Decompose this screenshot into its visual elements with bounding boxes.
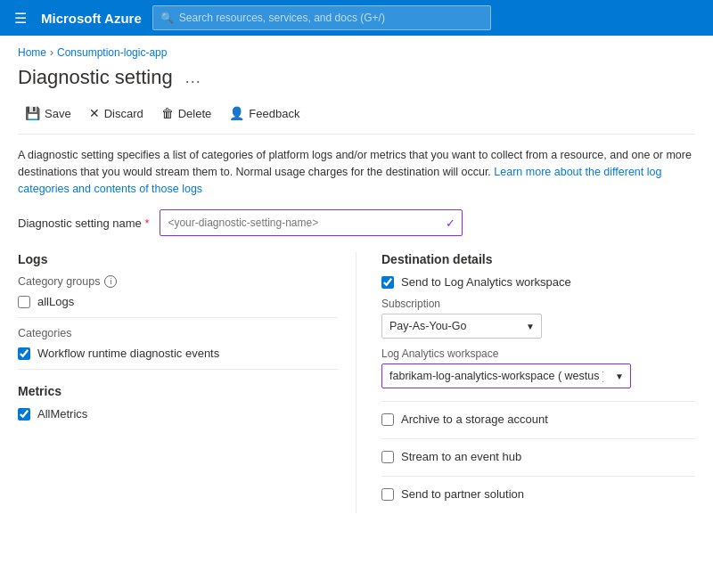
page-title: Diagnostic setting (18, 66, 173, 89)
metrics-divider-top (18, 369, 338, 370)
workspace-label: Log Analytics workspace (381, 347, 695, 360)
partner-label[interactable]: Send to partner solution (401, 487, 524, 501)
discard-label: Discard (104, 107, 143, 120)
logs-section-header: Logs (18, 252, 338, 266)
dest-divider-1 (381, 401, 695, 402)
metrics-section: Metrics AllMetrics (18, 384, 338, 421)
hamburger-icon[interactable]: ☰ (11, 6, 30, 30)
logs-divider (18, 317, 338, 318)
breadcrumb-home[interactable]: Home (18, 46, 46, 59)
workspace-select[interactable]: fabrikam-log-analytics-workspace ( westu… (381, 363, 631, 388)
archive-row: Archive to a storage account (381, 412, 695, 426)
app-title: Microsoft Azure (41, 11, 142, 26)
two-column-layout: Logs Category groups i allLogs Categorie… (18, 252, 695, 513)
feedback-icon: 👤 (229, 106, 244, 120)
archive-label[interactable]: Archive to a storage account (401, 412, 548, 426)
search-icon: 🔍 (160, 12, 174, 24)
stream-label[interactable]: Stream to an event hub (401, 450, 521, 463)
save-icon: 💾 (25, 106, 40, 120)
partner-checkbox-row: Send to partner solution (381, 487, 695, 501)
toolbar: 💾 Save ✕ Discard 🗑 Delete 👤 Feedback (18, 102, 695, 135)
stream-checkbox[interactable] (381, 451, 394, 463)
setting-name-input-wrap: ✓ (160, 209, 463, 236)
allMetrics-label[interactable]: AllMetrics (37, 407, 87, 421)
search-input[interactable] (179, 12, 483, 24)
categories-header: Categories (18, 327, 338, 339)
save-button[interactable]: 💾 Save (18, 102, 78, 125)
breadcrumb-separator: › (50, 46, 53, 59)
feedback-label: Feedback (249, 107, 299, 120)
destination-section-header: Destination details (381, 252, 695, 266)
ellipsis-button[interactable]: ... (182, 67, 205, 89)
allLogs-row: allLogs (18, 295, 338, 308)
workflow-checkbox[interactable] (18, 347, 30, 360)
allMetrics-checkbox[interactable] (18, 408, 30, 421)
dest-divider-3 (381, 476, 695, 477)
subscription-select-wrap: Pay-As-You-Go ▼ (381, 314, 542, 339)
input-check-icon: ✓ (446, 216, 455, 230)
breadcrumb-resource[interactable]: Consumption-logic-app (57, 46, 167, 59)
setting-name-input[interactable] (160, 209, 463, 236)
left-column: Logs Category groups i allLogs Categorie… (18, 252, 356, 513)
log-analytics-checkbox-row: Send to Log Analytics workspace (381, 275, 695, 289)
partner-row: Send to partner solution (381, 487, 695, 501)
archive-checkbox[interactable] (381, 413, 394, 426)
save-label: Save (45, 107, 71, 120)
setting-name-row: Diagnostic setting name * ✓ (18, 209, 695, 236)
setting-name-label: Diagnostic setting name * (18, 216, 149, 230)
subscription-group: Subscription Pay-As-You-Go ▼ (381, 298, 695, 339)
discard-icon: ✕ (89, 106, 100, 120)
subscription-label: Subscription (381, 298, 695, 310)
subscription-select[interactable]: Pay-As-You-Go (381, 314, 542, 339)
discard-button[interactable]: ✕ Discard (82, 102, 151, 125)
category-groups-header: Category groups i (18, 275, 338, 288)
delete-button[interactable]: 🗑 Delete (154, 102, 219, 125)
stream-checkbox-row: Stream to an event hub (381, 450, 695, 463)
allLogs-label[interactable]: allLogs (37, 295, 74, 308)
stream-row: Stream to an event hub (381, 450, 695, 463)
workspace-select-wrap: fabrikam-log-analytics-workspace ( westu… (381, 363, 631, 388)
archive-checkbox-row: Archive to a storage account (381, 412, 695, 426)
log-analytics-checkbox[interactable] (381, 276, 394, 289)
global-search[interactable]: 🔍 (152, 5, 491, 30)
category-groups-info-icon[interactable]: i (104, 275, 117, 288)
dest-divider-2 (381, 438, 695, 439)
delete-label: Delete (178, 107, 212, 120)
breadcrumb: Home › Consumption-logic-app (18, 46, 695, 59)
page-title-row: Diagnostic setting ... (18, 66, 695, 89)
allLogs-checkbox[interactable] (18, 296, 30, 308)
workflow-row: Workflow runtime diagnostic events (18, 347, 338, 360)
allMetrics-row: AllMetrics (18, 407, 338, 421)
required-star: * (144, 216, 149, 230)
right-column: Destination details Send to Log Analytic… (356, 252, 695, 513)
log-analytics-row: Send to Log Analytics workspace Subscrip… (381, 275, 695, 388)
metrics-section-header: Metrics (18, 384, 338, 398)
main-content: Home › Consumption-logic-app Diagnostic … (0, 36, 713, 531)
top-nav-bar: ☰ Microsoft Azure 🔍 (0, 0, 713, 36)
workspace-group: Log Analytics workspace fabrikam-log-ana… (381, 347, 695, 388)
feedback-button[interactable]: 👤 Feedback (222, 102, 307, 125)
partner-checkbox[interactable] (381, 488, 394, 501)
description-text: A diagnostic setting specifies a list of… (18, 147, 695, 197)
delete-icon: 🗑 (161, 106, 174, 120)
log-analytics-label[interactable]: Send to Log Analytics workspace (401, 275, 571, 289)
workflow-label[interactable]: Workflow runtime diagnostic events (37, 347, 219, 360)
